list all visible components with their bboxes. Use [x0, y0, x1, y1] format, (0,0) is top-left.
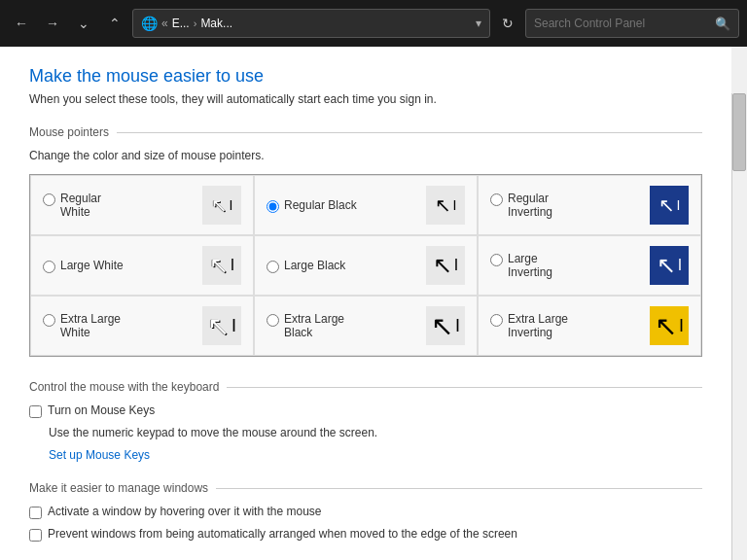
radio-xl-white[interactable]: [43, 314, 55, 327]
address-separator: ›: [194, 18, 197, 29]
section-header-manage-windows: Make it easier to manage windows: [29, 481, 702, 495]
cursor-icon-regular-white: ↖: [211, 193, 228, 217]
mouse-pointers-desc: Change the color and size of mouse point…: [29, 149, 702, 162]
preview-large-black: ↖ I: [426, 246, 465, 285]
radio-text-xl-white: Extra LargeWhite: [60, 312, 121, 339]
expand-down-button[interactable]: ⌄: [70, 10, 97, 37]
section-title-keyboard-mouse: Control the mouse with the keyboard: [29, 380, 219, 394]
radio-large-black[interactable]: [267, 261, 279, 273]
text-cursor-large-black: I: [454, 257, 458, 274]
radio-regular-black[interactable]: [267, 200, 279, 213]
radio-label-regular-inverting[interactable]: RegularInverting: [490, 192, 552, 219]
preview-regular-inverting: ↖ I: [650, 186, 689, 225]
manage-windows-section: Make it easier to manage windows Activat…: [29, 481, 702, 542]
address-breadcrumb-1: «: [161, 17, 168, 30]
text-cursor-regular-inverting: I: [677, 197, 681, 213]
cursor-icon-large-white: ↖: [209, 252, 229, 279]
radio-text-regular-black: Regular Black: [284, 198, 357, 212]
keyboard-mouse-section: Control the mouse with the keyboard Turn…: [29, 380, 702, 462]
preview-xl-white: ↖ I: [202, 306, 241, 345]
back-button[interactable]: ←: [8, 10, 35, 37]
radio-label-regular-black[interactable]: Regular Black: [267, 198, 357, 213]
pointer-cell-large-white: Large White ↖ I: [30, 235, 254, 296]
pointer-cell-regular-white: RegularWhite ↖ I: [30, 175, 254, 235]
radio-label-large-white[interactable]: Large White: [43, 259, 124, 273]
text-cursor-large-white: I: [231, 257, 234, 274]
cursor-icon-regular-black: ↖: [435, 193, 451, 217]
turn-on-mouse-keys-checkbox[interactable]: [29, 405, 42, 418]
text-cursor-xl-black: I: [455, 316, 460, 336]
section-divider-3: [216, 488, 702, 489]
text-cursor-regular-black: I: [453, 197, 457, 213]
activate-window-checkbox[interactable]: [29, 507, 42, 519]
turn-on-mouse-keys-label[interactable]: Turn on Mouse Keys: [48, 403, 155, 417]
address-part-2: Mak...: [200, 17, 232, 30]
pointer-cell-large-inverting: LargeInverting ↖ I: [478, 235, 701, 296]
radio-label-large-inverting[interactable]: LargeInverting: [490, 252, 552, 279]
address-part-1: E...: [172, 17, 190, 30]
pointer-cell-regular-black: Regular Black ↖ I: [254, 175, 478, 235]
cursor-icon-large-black: ↖: [433, 252, 452, 279]
setup-mouse-keys-link[interactable]: Set up Mouse Keys: [49, 448, 150, 462]
radio-label-regular-white[interactable]: RegularWhite: [43, 192, 101, 219]
section-header-keyboard-mouse: Control the mouse with the keyboard: [29, 380, 702, 394]
activate-window-row: Activate a window by hovering over it wi…: [29, 505, 702, 519]
section-title-manage-windows: Make it easier to manage windows: [29, 481, 208, 495]
section-divider: [117, 132, 702, 133]
cursor-icon-xl-inverting: ↖: [655, 310, 677, 342]
section-title-mouse-pointers: Mouse pointers: [29, 125, 109, 139]
preview-regular-black: ↖ I: [426, 186, 465, 225]
search-input[interactable]: [534, 17, 715, 30]
preview-large-inverting: ↖ I: [650, 246, 689, 285]
nav-bar: ← → ⌄ ⌃ 🌐 « E... › Mak... ▾ ↻ 🔍: [0, 0, 747, 47]
radio-label-xl-inverting[interactable]: Extra LargeInverting: [490, 312, 568, 339]
preview-large-white: ↖ I: [202, 246, 241, 285]
pointer-options-grid: RegularWhite ↖ I Regular Black ↖: [29, 174, 702, 357]
pointer-cell-xl-inverting: Extra LargeInverting ↖ I: [478, 296, 701, 356]
address-bar[interactable]: 🌐 « E... › Mak... ▾: [132, 9, 490, 38]
radio-text-regular-white: RegularWhite: [60, 192, 101, 219]
cursor-icon-regular-inverting: ↖: [658, 193, 675, 217]
radio-text-xl-inverting: Extra LargeInverting: [508, 312, 568, 339]
search-icon: 🔍: [715, 17, 730, 31]
preview-xl-inverting: ↖ I: [650, 306, 689, 345]
radio-regular-white[interactable]: [43, 193, 55, 206]
preview-regular-white: ↖ I: [202, 186, 241, 225]
main-content: Make the mouse easier to use When you se…: [0, 47, 731, 560]
scrollbar-thumb[interactable]: [732, 93, 746, 171]
radio-text-xl-black: Extra LargeBlack: [284, 312, 344, 339]
refresh-button[interactable]: ↻: [494, 9, 521, 38]
radio-label-large-black[interactable]: Large Black: [267, 259, 345, 273]
radio-text-regular-inverting: RegularInverting: [508, 192, 552, 219]
preview-xl-black: ↖ I: [426, 306, 465, 345]
radio-label-xl-black[interactable]: Extra LargeBlack: [267, 312, 344, 339]
address-icon: 🌐: [141, 16, 158, 31]
prevent-arrange-checkbox[interactable]: [29, 529, 42, 542]
page-subtitle: When you select these tools, they will a…: [29, 92, 702, 106]
text-cursor-regular-white: I: [230, 197, 233, 213]
address-dropdown-icon[interactable]: ▾: [476, 17, 481, 30]
prevent-arrange-label[interactable]: Prevent windows from being automatically…: [48, 527, 517, 541]
activate-window-label[interactable]: Activate a window by hovering over it wi…: [48, 505, 321, 518]
forward-button[interactable]: →: [39, 10, 66, 37]
mouse-pointers-section: Mouse pointers Change the color and size…: [29, 125, 702, 357]
text-cursor-xl-white: I: [231, 316, 236, 336]
radio-xl-black[interactable]: [267, 314, 279, 327]
cursor-icon-large-inverting: ↖: [657, 252, 676, 279]
search-bar[interactable]: 🔍: [525, 9, 739, 38]
radio-label-xl-white[interactable]: Extra LargeWhite: [43, 312, 121, 339]
scrollbar-track[interactable]: [731, 93, 747, 560]
text-cursor-xl-inverting: I: [679, 316, 684, 336]
turn-on-mouse-keys-row: Turn on Mouse Keys: [29, 403, 702, 418]
radio-large-white[interactable]: [43, 261, 55, 273]
radio-regular-inverting[interactable]: [490, 193, 503, 206]
cursor-icon-xl-black: ↖: [431, 310, 453, 342]
radio-large-inverting[interactable]: [490, 254, 503, 266]
pointer-cell-large-black: Large Black ↖ I: [254, 235, 478, 296]
text-cursor-large-inverting: I: [678, 257, 682, 274]
radio-xl-inverting[interactable]: [490, 314, 503, 327]
up-button[interactable]: ⌃: [101, 10, 128, 37]
radio-text-large-white: Large White: [60, 259, 124, 272]
section-header-mouse-pointers: Mouse pointers: [29, 125, 702, 139]
pointer-cell-xl-white: Extra LargeWhite ↖ I: [30, 296, 254, 356]
